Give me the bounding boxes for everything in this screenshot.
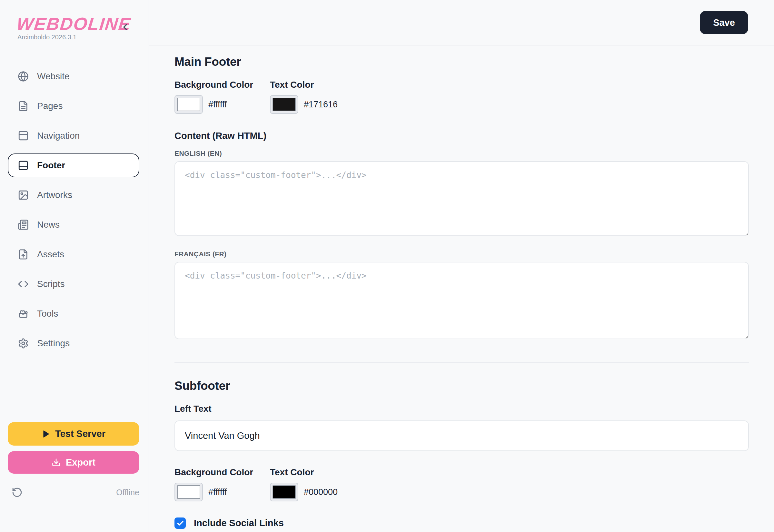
sidebar-item-label: Scripts	[37, 279, 65, 289]
bg-color-label: Background Color	[174, 80, 270, 90]
sidebar-item-label: Tools	[37, 309, 58, 319]
francais-fr-label: FRANÇAIS (FR)	[174, 250, 749, 258]
subfooter-text-color-value: #000000	[304, 487, 338, 497]
app-version: Arcimboldo 2026.3.1	[17, 34, 76, 41]
sidebar-item-label: Navigation	[37, 131, 80, 141]
subfooter-text-color-picker[interactable]	[270, 483, 298, 501]
subfooter-text-field: Text Color #000000	[270, 467, 338, 501]
code-icon	[18, 279, 29, 290]
english-content-textarea[interactable]	[174, 161, 749, 236]
export-button[interactable]: Export	[8, 451, 139, 474]
subfooter-bg-color-picker[interactable]	[174, 483, 203, 501]
file-text-icon	[18, 101, 29, 112]
image-icon	[18, 190, 29, 201]
app-logo: WEBDOLINE	[16, 14, 132, 34]
refresh-button[interactable]	[12, 487, 23, 498]
text-color-swatch	[273, 98, 296, 111]
test-server-label: Test Server	[55, 429, 105, 439]
sidebar: WEBDOLINE Arcimboldo 2026.3.1 Website Pa…	[0, 0, 148, 532]
sidebar-item-scripts[interactable]: Scripts	[8, 272, 139, 296]
test-server-button[interactable]: Test Server	[8, 422, 139, 446]
subfooter-bg-color-label: Background Color	[174, 467, 270, 478]
topbar: Save	[149, 0, 774, 45]
main-footer-bg-field: Background Color #ffffff	[174, 80, 270, 114]
subfooter-text-color-label: Text Color	[270, 467, 338, 478]
rotate-ccw-icon	[12, 487, 23, 498]
sidebar-nav: Website Pages Navigation Footer Artworks	[0, 64, 148, 361]
main-footer-color-row: Background Color #ffffff Text Color #171…	[174, 80, 749, 114]
file-up-icon	[18, 249, 29, 260]
sidebar-item-footer[interactable]: Footer	[8, 153, 139, 177]
english-en-label: ENGLISH (EN)	[174, 150, 749, 157]
check-icon	[176, 519, 184, 527]
globe-icon	[18, 71, 29, 82]
french-content-textarea[interactable]	[174, 262, 749, 339]
bg-color-picker[interactable]	[174, 95, 203, 114]
sidebar-item-website[interactable]: Website	[8, 64, 139, 88]
status-row: Offline	[8, 486, 139, 499]
subfooter-bg-color-swatch	[177, 485, 200, 499]
sidebar-item-label: News	[37, 220, 60, 230]
sidebar-item-label: Artworks	[37, 190, 72, 200]
sidebar-item-assets[interactable]: Assets	[8, 242, 139, 266]
connection-status: Offline	[116, 488, 139, 497]
subfooter-bg-field: Background Color #ffffff	[174, 467, 270, 501]
sidebar-item-tools[interactable]: Tools	[8, 302, 139, 326]
sidebar-item-artworks[interactable]: Artworks	[8, 183, 139, 207]
subfooter-color-row: Background Color #ffffff Text Color #000…	[174, 467, 749, 501]
sidebar-item-label: Website	[37, 71, 70, 82]
sidebar-footer: Test Server Export Offline	[8, 422, 139, 499]
left-text-label: Left Text	[174, 404, 749, 414]
include-social-links-checkbox[interactable]	[174, 517, 186, 529]
newspaper-icon	[18, 219, 29, 230]
toolbox-icon	[18, 308, 29, 319]
sidebar-collapse-button[interactable]	[118, 20, 132, 34]
include-social-links-row: Include Social Links	[174, 517, 749, 529]
main-footer-text-field: Text Color #171616	[270, 80, 338, 114]
main-content: Main Footer Background Color #ffffff Tex…	[149, 45, 774, 532]
download-icon	[52, 458, 61, 467]
left-text-input[interactable]	[174, 420, 749, 451]
section-title-main-footer: Main Footer	[174, 55, 749, 69]
panel-bottom-icon	[18, 160, 29, 171]
panel-top-icon	[18, 130, 29, 141]
sidebar-item-label: Assets	[37, 249, 64, 260]
sidebar-item-navigation[interactable]: Navigation	[8, 124, 139, 148]
section-divider	[174, 362, 749, 363]
save-button[interactable]: Save	[700, 11, 748, 34]
section-title-subfooter: Subfooter	[174, 379, 749, 393]
chevron-left-icon	[120, 22, 130, 32]
sidebar-item-news[interactable]: News	[8, 213, 139, 237]
text-color-picker[interactable]	[270, 95, 298, 114]
include-social-links-label: Include Social Links	[194, 518, 284, 528]
sidebar-item-settings[interactable]: Settings	[8, 331, 139, 355]
bg-color-swatch	[177, 98, 200, 111]
content-raw-html-label: Content (Raw HTML)	[174, 131, 749, 141]
sidebar-item-label: Pages	[37, 101, 63, 111]
play-icon	[42, 430, 50, 438]
sidebar-item-label: Footer	[37, 160, 65, 171]
subfooter-bg-color-value: #ffffff	[208, 487, 227, 497]
bg-color-value: #ffffff	[208, 100, 227, 110]
export-label: Export	[66, 457, 95, 468]
sidebar-item-label: Settings	[37, 338, 70, 349]
sidebar-item-pages[interactable]: Pages	[8, 94, 139, 118]
text-color-value: #171616	[304, 100, 338, 110]
subfooter-text-color-swatch	[273, 485, 296, 499]
text-color-label: Text Color	[270, 80, 338, 90]
gear-icon	[18, 338, 29, 349]
